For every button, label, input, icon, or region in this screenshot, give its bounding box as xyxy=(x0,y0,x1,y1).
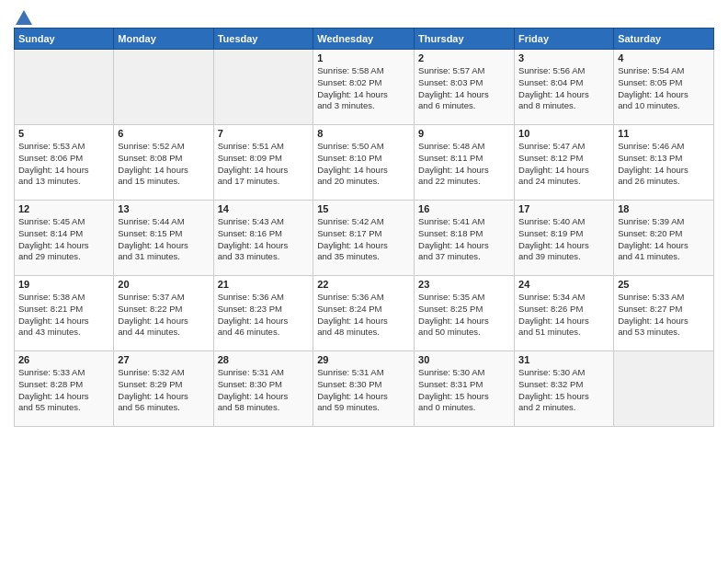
day-number: 25 xyxy=(618,279,710,290)
calendar-cell: 11Sunrise: 5:46 AM Sunset: 8:13 PM Dayli… xyxy=(614,125,714,201)
calendar-cell: 5Sunrise: 5:53 AM Sunset: 8:06 PM Daylig… xyxy=(15,125,114,201)
day-info: Sunrise: 5:31 AM Sunset: 8:30 PM Dayligh… xyxy=(218,367,310,414)
day-info: Sunrise: 5:42 AM Sunset: 8:17 PM Dayligh… xyxy=(317,216,410,263)
day-info: Sunrise: 5:56 AM Sunset: 8:04 PM Dayligh… xyxy=(518,65,609,112)
day-number: 21 xyxy=(218,279,310,290)
calendar-cell: 22Sunrise: 5:36 AM Sunset: 8:24 PM Dayli… xyxy=(313,276,415,351)
calendar-cell: 4Sunrise: 5:54 AM Sunset: 8:05 PM Daylig… xyxy=(614,50,714,125)
day-info: Sunrise: 5:36 AM Sunset: 8:24 PM Dayligh… xyxy=(317,292,410,339)
day-info: Sunrise: 5:41 AM Sunset: 8:18 PM Dayligh… xyxy=(418,216,510,263)
day-info: Sunrise: 5:33 AM Sunset: 8:28 PM Dayligh… xyxy=(18,367,109,414)
day-info: Sunrise: 5:58 AM Sunset: 8:02 PM Dayligh… xyxy=(317,65,410,112)
day-number: 29 xyxy=(317,354,410,365)
weekday-header-friday: Friday xyxy=(515,29,614,50)
calendar-cell: 18Sunrise: 5:39 AM Sunset: 8:20 PM Dayli… xyxy=(614,201,714,276)
calendar-cell: 1Sunrise: 5:58 AM Sunset: 8:02 PM Daylig… xyxy=(313,50,415,125)
day-number: 17 xyxy=(518,203,609,214)
calendar-week-3: 12Sunrise: 5:45 AM Sunset: 8:14 PM Dayli… xyxy=(15,201,714,276)
day-info: Sunrise: 5:51 AM Sunset: 8:09 PM Dayligh… xyxy=(218,141,310,188)
calendar-cell: 10Sunrise: 5:47 AM Sunset: 8:12 PM Dayli… xyxy=(515,125,614,201)
calendar-cell: 31Sunrise: 5:30 AM Sunset: 8:32 PM Dayli… xyxy=(515,351,614,427)
day-number: 7 xyxy=(218,128,310,139)
day-info: Sunrise: 5:48 AM Sunset: 8:11 PM Dayligh… xyxy=(418,141,510,188)
day-info: Sunrise: 5:36 AM Sunset: 8:23 PM Dayligh… xyxy=(218,292,310,339)
day-number: 18 xyxy=(618,203,710,214)
weekday-header-row: SundayMondayTuesdayWednesdayThursdayFrid… xyxy=(15,29,714,50)
day-number: 30 xyxy=(418,354,510,365)
day-info: Sunrise: 5:35 AM Sunset: 8:25 PM Dayligh… xyxy=(418,292,510,339)
day-info: Sunrise: 5:47 AM Sunset: 8:12 PM Dayligh… xyxy=(518,141,609,188)
day-info: Sunrise: 5:46 AM Sunset: 8:13 PM Dayligh… xyxy=(618,141,710,188)
calendar-cell: 12Sunrise: 5:45 AM Sunset: 8:14 PM Dayli… xyxy=(15,201,114,276)
day-number: 16 xyxy=(418,203,510,214)
calendar-cell: 15Sunrise: 5:42 AM Sunset: 8:17 PM Dayli… xyxy=(313,201,415,276)
day-number: 20 xyxy=(118,279,209,290)
day-number: 19 xyxy=(18,279,109,290)
calendar-page: SundayMondayTuesdayWednesdayThursdayFrid… xyxy=(0,0,728,563)
day-info: Sunrise: 5:37 AM Sunset: 8:22 PM Dayligh… xyxy=(118,292,209,339)
weekday-header-tuesday: Tuesday xyxy=(213,29,313,50)
calendar-cell: 17Sunrise: 5:40 AM Sunset: 8:19 PM Dayli… xyxy=(515,201,614,276)
calendar-cell: 13Sunrise: 5:44 AM Sunset: 8:15 PM Dayli… xyxy=(114,201,213,276)
day-info: Sunrise: 5:30 AM Sunset: 8:32 PM Dayligh… xyxy=(518,367,609,414)
day-info: Sunrise: 5:43 AM Sunset: 8:16 PM Dayligh… xyxy=(218,216,310,263)
day-number: 22 xyxy=(317,279,410,290)
calendar-cell xyxy=(114,50,213,125)
day-number: 24 xyxy=(518,279,609,290)
calendar-cell xyxy=(15,50,114,125)
calendar-cell: 7Sunrise: 5:51 AM Sunset: 8:09 PM Daylig… xyxy=(213,125,313,201)
header xyxy=(14,9,714,22)
day-info: Sunrise: 5:40 AM Sunset: 8:19 PM Dayligh… xyxy=(518,216,609,263)
calendar-cell xyxy=(614,351,714,427)
calendar-cell: 28Sunrise: 5:31 AM Sunset: 8:30 PM Dayli… xyxy=(213,351,313,427)
calendar-cell: 26Sunrise: 5:33 AM Sunset: 8:28 PM Dayli… xyxy=(15,351,114,427)
svg-marker-0 xyxy=(16,10,32,25)
weekday-header-thursday: Thursday xyxy=(415,29,515,50)
day-number: 5 xyxy=(18,128,109,139)
calendar-cell: 6Sunrise: 5:52 AM Sunset: 8:08 PM Daylig… xyxy=(114,125,213,201)
weekday-header-wednesday: Wednesday xyxy=(313,29,415,50)
weekday-header-monday: Monday xyxy=(114,29,213,50)
calendar-cell: 21Sunrise: 5:36 AM Sunset: 8:23 PM Dayli… xyxy=(213,276,313,351)
day-number: 8 xyxy=(317,128,410,139)
day-info: Sunrise: 5:33 AM Sunset: 8:27 PM Dayligh… xyxy=(618,292,710,339)
calendar-cell: 23Sunrise: 5:35 AM Sunset: 8:25 PM Dayli… xyxy=(415,276,515,351)
day-info: Sunrise: 5:31 AM Sunset: 8:30 PM Dayligh… xyxy=(317,367,410,414)
calendar-header: SundayMondayTuesdayWednesdayThursdayFrid… xyxy=(15,29,714,50)
calendar-week-2: 5Sunrise: 5:53 AM Sunset: 8:06 PM Daylig… xyxy=(15,125,714,201)
calendar-cell: 16Sunrise: 5:41 AM Sunset: 8:18 PM Dayli… xyxy=(415,201,515,276)
logo xyxy=(14,9,32,22)
calendar-week-1: 1Sunrise: 5:58 AM Sunset: 8:02 PM Daylig… xyxy=(15,50,714,125)
calendar-cell: 3Sunrise: 5:56 AM Sunset: 8:04 PM Daylig… xyxy=(515,50,614,125)
day-info: Sunrise: 5:34 AM Sunset: 8:26 PM Dayligh… xyxy=(518,292,609,339)
day-number: 11 xyxy=(618,128,710,139)
day-number: 27 xyxy=(118,354,209,365)
day-number: 28 xyxy=(218,354,310,365)
logo-icon xyxy=(16,9,32,26)
calendar-cell xyxy=(213,50,313,125)
calendar-cell: 25Sunrise: 5:33 AM Sunset: 8:27 PM Dayli… xyxy=(614,276,714,351)
day-info: Sunrise: 5:52 AM Sunset: 8:08 PM Dayligh… xyxy=(118,141,209,188)
weekday-header-sunday: Sunday xyxy=(15,29,114,50)
calendar-table: SundayMondayTuesdayWednesdayThursdayFrid… xyxy=(14,28,714,427)
calendar-cell: 8Sunrise: 5:50 AM Sunset: 8:10 PM Daylig… xyxy=(313,125,415,201)
day-info: Sunrise: 5:50 AM Sunset: 8:10 PM Dayligh… xyxy=(317,141,410,188)
calendar-body: 1Sunrise: 5:58 AM Sunset: 8:02 PM Daylig… xyxy=(15,50,714,427)
calendar-cell: 14Sunrise: 5:43 AM Sunset: 8:16 PM Dayli… xyxy=(213,201,313,276)
calendar-week-4: 19Sunrise: 5:38 AM Sunset: 8:21 PM Dayli… xyxy=(15,276,714,351)
calendar-cell: 29Sunrise: 5:31 AM Sunset: 8:30 PM Dayli… xyxy=(313,351,415,427)
day-info: Sunrise: 5:53 AM Sunset: 8:06 PM Dayligh… xyxy=(18,141,109,188)
calendar-cell: 30Sunrise: 5:30 AM Sunset: 8:31 PM Dayli… xyxy=(415,351,515,427)
day-info: Sunrise: 5:30 AM Sunset: 8:31 PM Dayligh… xyxy=(418,367,510,414)
day-info: Sunrise: 5:45 AM Sunset: 8:14 PM Dayligh… xyxy=(18,216,109,263)
day-number: 1 xyxy=(317,52,410,63)
day-info: Sunrise: 5:54 AM Sunset: 8:05 PM Dayligh… xyxy=(618,65,710,112)
calendar-cell: 24Sunrise: 5:34 AM Sunset: 8:26 PM Dayli… xyxy=(515,276,614,351)
day-number: 12 xyxy=(18,203,109,214)
day-number: 31 xyxy=(518,354,609,365)
day-number: 26 xyxy=(18,354,109,365)
day-number: 6 xyxy=(118,128,209,139)
calendar-cell: 9Sunrise: 5:48 AM Sunset: 8:11 PM Daylig… xyxy=(415,125,515,201)
day-number: 13 xyxy=(118,203,209,214)
day-number: 9 xyxy=(418,128,510,139)
